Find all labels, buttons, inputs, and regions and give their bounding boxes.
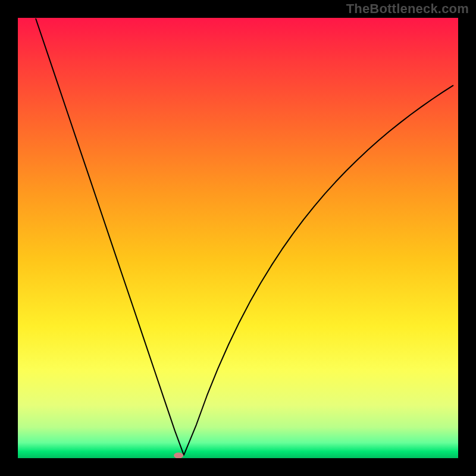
gradient-background	[18, 18, 458, 458]
bottleneck-chart	[18, 18, 458, 458]
watermark-text: TheBottleneck.com	[346, 1, 469, 17]
chart-frame: TheBottleneck.com	[0, 0, 476, 476]
plot-area	[18, 18, 458, 458]
